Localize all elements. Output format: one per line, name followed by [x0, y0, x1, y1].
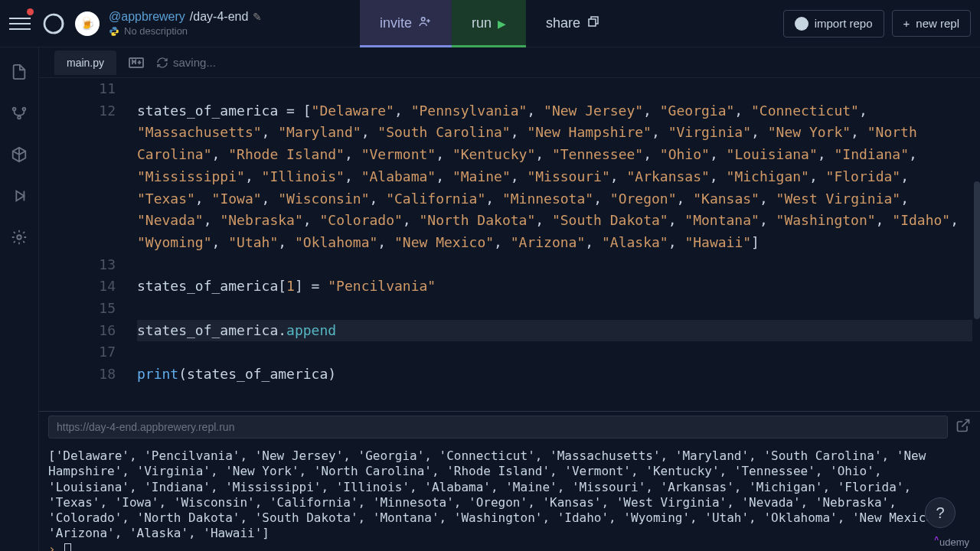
svg-rect-2 — [589, 19, 596, 26]
repl-description: No description — [124, 25, 188, 37]
code-area[interactable]: states_of_america = ["Delaware", "Pennsy… — [137, 78, 980, 411]
svg-point-5 — [18, 116, 21, 119]
replit-logo-icon[interactable] — [41, 11, 66, 36]
play-icon: ▶ — [498, 18, 506, 30]
python-icon — [109, 26, 119, 37]
refresh-icon — [156, 57, 168, 69]
share-button[interactable]: share — [526, 0, 620, 47]
app-header: 🍺 @appbrewery/day-4-end ✎ No description… — [0, 0, 980, 47]
saving-indicator: saving... — [156, 56, 216, 69]
markdown-icon[interactable] — [127, 54, 145, 72]
console-output[interactable]: ['Delaware', 'Pencilvania', 'New Jersey'… — [39, 442, 980, 551]
help-button[interactable]: ? — [925, 497, 956, 528]
svg-point-3 — [13, 108, 16, 111]
settings-icon[interactable] — [10, 228, 28, 246]
editor-scrollbar[interactable] — [974, 155, 980, 369]
tab-main-py[interactable]: main.py — [54, 51, 116, 75]
debugger-icon[interactable] — [10, 187, 28, 205]
repl-name: /day-4-end — [190, 10, 249, 24]
share-icon — [586, 15, 600, 32]
import-repo-button[interactable]: import repo — [783, 10, 884, 37]
github-icon — [795, 17, 808, 31]
version-control-icon[interactable] — [10, 104, 28, 122]
edit-title-icon[interactable]: ✎ — [253, 11, 262, 23]
menu-icon[interactable] — [9, 13, 31, 34]
svg-point-4 — [23, 108, 26, 111]
udemy-watermark: udemy — [934, 536, 969, 548]
tabs-bar: main.py saving... — [39, 47, 980, 78]
console-panel: ['Delaware', 'Pencilvania', 'New Jersey'… — [39, 411, 980, 551]
code-editor[interactable]: 1112131415161718 states_of_america = ["D… — [39, 78, 980, 411]
invite-button[interactable]: invite — [360, 0, 452, 47]
sidebar — [0, 47, 39, 551]
new-repl-button[interactable]: + new repl — [892, 10, 971, 37]
console-url-input[interactable] — [48, 416, 948, 439]
packages-icon[interactable] — [10, 145, 28, 164]
svg-point-6 — [17, 235, 21, 240]
run-button[interactable]: run ▶ — [452, 0, 526, 47]
open-external-icon[interactable] — [956, 418, 971, 436]
line-gutter: 1112131415161718 — [39, 78, 137, 411]
repl-info: @appbrewery/day-4-end ✎ No description — [109, 10, 262, 37]
plus-icon: + — [903, 17, 910, 30]
invite-icon — [418, 15, 432, 32]
repl-owner[interactable]: @appbrewery — [109, 10, 185, 24]
svg-point-1 — [421, 18, 425, 21]
org-avatar[interactable]: 🍺 — [75, 11, 100, 36]
files-icon[interactable] — [10, 63, 28, 81]
